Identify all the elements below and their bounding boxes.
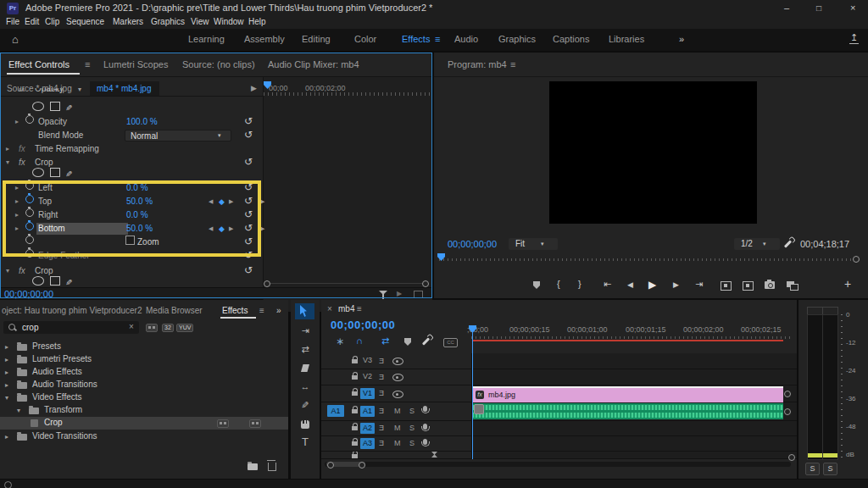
nest-sequence-icon[interactable]: ∗ <box>336 336 344 347</box>
tree-item-audio-transitions[interactable]: ▸ Audio Transitions <box>0 379 288 391</box>
twirl-icon[interactable]: ▸ <box>5 381 8 389</box>
quick-export-icon[interactable]: ↥ <box>849 32 859 44</box>
menu-window[interactable]: Window <box>214 17 244 26</box>
add-marker-icon[interactable] <box>404 338 411 346</box>
solo-button[interactable]: S <box>409 407 415 415</box>
32bit-badge[interactable]: 32 <box>162 324 174 332</box>
program-scrubber-ticks[interactable] <box>439 258 861 261</box>
playback-resolution-dropdown[interactable]: 1/2 <box>734 238 780 250</box>
tree-item-lumetri-presets[interactable]: ▸ Lumetri Presets <box>0 353 288 366</box>
menu-file[interactable]: File <box>6 17 19 26</box>
play-audio-icon[interactable]: ▶ <box>397 290 402 297</box>
param-label-opacity[interactable]: Opacity <box>38 115 67 129</box>
reset-icon[interactable]: ↺ <box>244 129 253 141</box>
tab-source-monitor[interactable]: Source: (no clips) <box>182 59 255 69</box>
tree-item-audio-effects[interactable]: ▸ Audio Effects <box>0 366 288 379</box>
lock-icon[interactable] <box>352 409 358 413</box>
timeline-h-scrollbar[interactable] <box>325 462 791 467</box>
zoom-checkbox[interactable] <box>125 236 135 245</box>
comparison-view-icon[interactable] <box>787 281 794 287</box>
stopwatch-icon[interactable] <box>25 249 34 258</box>
next-keyframe-icon[interactable]: ▶ <box>229 222 233 236</box>
param-value-opacity[interactable]: 100.0 % <box>126 115 158 129</box>
tree-item-crop-selected[interactable]: Crop <box>0 417 288 430</box>
ecp-lane-scrollbar[interactable] <box>265 283 426 284</box>
track-target-v2[interactable]: V2 <box>360 371 375 382</box>
workspace-tab-captions[interactable]: Captions <box>553 34 589 44</box>
menu-markers[interactable]: Markers <box>113 17 143 26</box>
sync-lock-icon[interactable]: Ǝ <box>379 357 384 365</box>
step-back-icon[interactable]: ◀ <box>627 280 633 289</box>
clear-search-icon[interactable]: × <box>129 322 134 331</box>
delete-icon[interactable] <box>268 463 276 471</box>
ellipse-mask-icon[interactable] <box>32 276 44 286</box>
menu-view[interactable]: View <box>191 17 209 26</box>
captions-icon[interactable]: CC <box>443 338 458 347</box>
export-frame-icon[interactable] <box>765 281 775 289</box>
prev-keyframe-icon[interactable]: ◀ <box>209 195 213 208</box>
program-panel-menu-icon[interactable]: ≡ <box>510 59 515 69</box>
ecp-lane-scroll-handle-right[interactable] <box>422 280 429 287</box>
reset-icon[interactable]: ↺ <box>244 249 253 262</box>
timeline-panel-menu-icon[interactable]: ≡ <box>357 304 362 313</box>
effect-group-opacity[interactable]: Opacity <box>35 88 64 96</box>
timeline-audio-clip[interactable] <box>472 403 783 419</box>
effects-panel-menu-icon[interactable]: ≡ <box>259 306 264 315</box>
twirl-icon[interactable]: ▾ <box>5 394 8 402</box>
param-value-top[interactable]: 50.0 % <box>126 195 153 208</box>
mute-button[interactable]: M <box>394 439 401 447</box>
solo-right-button[interactable]: S <box>823 463 837 475</box>
snap-magnet-icon[interactable]: ∩ <box>356 336 363 346</box>
step-forward-icon[interactable]: ▶ <box>673 280 679 289</box>
workspace-tab-libraries[interactable]: Libraries <box>609 34 644 44</box>
track-target-v3[interactable]: V3 <box>360 355 375 366</box>
type-tool-icon[interactable]: T <box>298 435 313 449</box>
twirl-icon[interactable]: ▸ <box>15 181 19 195</box>
sync-lock-icon[interactable]: Ǝ <box>379 439 384 447</box>
reset-icon[interactable]: ↺ <box>244 181 253 194</box>
voiceover-record-icon[interactable] <box>423 406 427 412</box>
voiceover-record-icon[interactable] <box>423 439 427 445</box>
effects-search-box[interactable]: × <box>3 321 139 334</box>
slip-tool-icon[interactable]: ↔ <box>298 380 313 393</box>
workspace-tab-graphics[interactable]: Graphics <box>498 34 536 44</box>
stopwatch-icon-active[interactable] <box>25 222 34 230</box>
play-button-icon[interactable]: ▶ <box>648 279 656 291</box>
timeline-v-scroll-handle[interactable] <box>788 454 795 461</box>
stopwatch-icon[interactable] <box>25 208 34 217</box>
twirl-icon[interactable]: ▸ <box>15 222 19 236</box>
pen-mask-icon[interactable]: ✎ <box>65 102 72 115</box>
blend-mode-dropdown[interactable]: Normal <box>125 130 231 141</box>
workspace-tab-audio[interactable]: Audio <box>454 34 478 44</box>
track-target-a1[interactable]: A1 <box>360 406 375 417</box>
close-button[interactable]: × <box>850 3 855 13</box>
param-label-bottom[interactable]: Bottom <box>38 222 65 236</box>
track-select-forward-tool-icon[interactable]: ⇥ <box>298 324 313 337</box>
zoom-fit-dropdown[interactable]: Fit <box>509 238 558 250</box>
lock-icon[interactable] <box>352 375 358 380</box>
search-input[interactable] <box>20 322 117 333</box>
track-target-a2[interactable]: A2 <box>360 423 375 434</box>
tab-effects[interactable]: Effects <box>222 306 248 315</box>
reset-icon[interactable]: ↺ <box>244 222 253 235</box>
yuv-badge[interactable]: YUV <box>176 324 193 332</box>
button-editor-icon[interactable]: + <box>844 277 851 291</box>
program-scrubber-handle[interactable] <box>853 256 860 263</box>
ellipse-mask-icon[interactable] <box>32 102 44 111</box>
workspace-tab-editing[interactable]: Editing <box>302 34 331 44</box>
param-value-right[interactable]: 0.0 % <box>126 208 148 222</box>
reset-icon[interactable]: ↺ <box>244 195 253 208</box>
timeline-playhead-line[interactable] <box>472 327 473 459</box>
settings-wrench-icon[interactable] <box>784 240 792 247</box>
goto-in-icon[interactable]: ⇤ <box>604 279 611 290</box>
export-keyframes-icon[interactable] <box>414 291 423 298</box>
menu-graphics[interactable]: Graphics <box>151 17 185 26</box>
param-label-top[interactable]: Top <box>38 195 52 208</box>
sync-lock-icon[interactable]: Ǝ <box>379 424 384 432</box>
twirl-icon[interactable]: ▸ <box>15 195 19 208</box>
add-keyframe-icon[interactable]: ◆ <box>219 222 225 236</box>
lift-icon[interactable] <box>721 281 732 291</box>
lock-icon[interactable] <box>352 441 358 446</box>
workspace-tab-learning[interactable]: Learning <box>188 34 225 44</box>
toggle-track-output-icon[interactable] <box>392 391 403 398</box>
